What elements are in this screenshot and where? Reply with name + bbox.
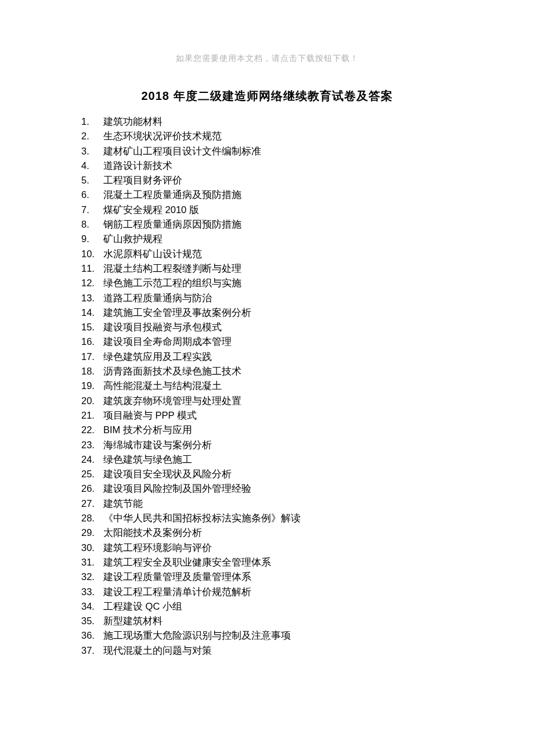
list-item-number: 29.: [81, 525, 100, 540]
page-title: 2018 年度二级建造师网络继续教育试卷及答案: [0, 88, 534, 104]
list-item-text: 沥青路面新技术及绿色施工技术: [100, 364, 241, 379]
list-item-number: 17.: [81, 350, 100, 364]
list-item-text: 建筑功能材料: [100, 114, 163, 129]
list-item: 4.道路设计新技术: [81, 159, 464, 173]
list-item-number: 16.: [81, 334, 100, 349]
list-item: 23.海绵城市建设与案例分析: [81, 438, 464, 452]
list-item-number: 21.: [81, 408, 100, 423]
list-item-text: 绿色建筑应用及工程实践: [100, 350, 212, 364]
list-item-number: 15.: [81, 320, 100, 334]
list-item-text: 建设工程工程量清单计价规范解析: [100, 585, 251, 599]
list-item: 33.建设工程工程量清单计价规范解析: [81, 585, 464, 599]
list-item: 2.生态环境状况评价技术规范: [81, 129, 464, 143]
list-item: 29.太阳能技术及案例分析: [81, 525, 464, 540]
list-item: 27.建筑节能: [81, 496, 464, 511]
list-item-number: 5.: [81, 173, 100, 188]
list-item: 8.钢筋工程质量通病原因预防措施: [81, 217, 464, 232]
list-item-text: 煤矿安全规程 2010 版: [100, 203, 199, 217]
list-item: 13.道路工程质量通病与防治: [81, 291, 464, 305]
list-item-text: 绿色建筑与绿色施工: [100, 452, 192, 467]
list-item-text: 高性能混凝土与结构混凝土: [100, 379, 222, 393]
list-item-text: 生态环境状况评价技术规范: [100, 129, 222, 143]
list-item: 5.工程项目财务评价: [81, 173, 464, 188]
list-item-text: 混凝土工程质量通病及预防措施: [100, 188, 241, 202]
list-item-number: 7.: [81, 203, 100, 217]
list-item-text: 钢筋工程质量通病原因预防措施: [100, 217, 241, 232]
list-item: 10.水泥原料矿山设计规范: [81, 247, 464, 261]
list-item-text: 项目融资与 PPP 模式: [100, 408, 197, 423]
list-item: 1.建筑功能材料: [81, 114, 464, 129]
list-item-text: 建筑节能: [100, 496, 143, 511]
list-item-number: 27.: [81, 496, 100, 511]
content-list: 1.建筑功能材料2.生态环境状况评价技术规范3.建材矿山工程项目设计文件编制标准…: [0, 114, 534, 658]
list-item-number: 35.: [81, 614, 100, 628]
list-item: 25.建设项目安全现状及风险分析: [81, 467, 464, 481]
list-item-number: 24.: [81, 452, 100, 467]
list-item-text: 施工现场重大危险源识别与控制及注意事项: [100, 628, 291, 643]
list-item: 12.绿色施工示范工程的组织与实施: [81, 276, 464, 290]
list-item-number: 6.: [81, 188, 100, 202]
list-item: 19.高性能混凝土与结构混凝土: [81, 379, 464, 393]
list-item-number: 37.: [81, 643, 100, 658]
list-item: 24.绿色建筑与绿色施工: [81, 452, 464, 467]
list-item: 35.新型建筑材料: [81, 614, 464, 628]
list-item-number: 14.: [81, 305, 100, 320]
list-item-number: 12.: [81, 276, 100, 290]
list-item: 21.项目融资与 PPP 模式: [81, 408, 464, 423]
list-item: 15.建设项目投融资与承包模式: [81, 320, 464, 334]
list-item: 16.建设项目全寿命周期成本管理: [81, 334, 464, 349]
list-item-text: 太阳能技术及案例分析: [100, 525, 202, 540]
list-item: 32.建设工程质量管理及质量管理体系: [81, 570, 464, 584]
list-item-number: 36.: [81, 628, 100, 643]
list-item-text: 建设项目安全现状及风险分析: [100, 467, 232, 481]
list-item: 3.建材矿山工程项目设计文件编制标准: [81, 144, 464, 159]
list-item-text: 矿山救护规程: [100, 232, 163, 246]
list-item: 6.混凝土工程质量通病及预防措施: [81, 188, 464, 202]
list-item-number: 9.: [81, 232, 100, 246]
list-item: 22.BIM 技术分析与应用: [81, 423, 464, 437]
list-item-number: 1.: [81, 114, 100, 129]
list-item-number: 19.: [81, 379, 100, 393]
list-item-text: 建设项目全寿命周期成本管理: [100, 334, 232, 349]
list-item-number: 33.: [81, 585, 100, 599]
list-item-number: 32.: [81, 570, 100, 584]
list-item-text: 建设工程质量管理及质量管理体系: [100, 570, 251, 584]
list-item-number: 25.: [81, 467, 100, 481]
list-item-text: 工程建设 QC 小组: [100, 599, 182, 614]
list-item-number: 28.: [81, 511, 100, 525]
list-item-text: 建筑工程环境影响与评价: [100, 541, 212, 555]
list-item-number: 20.: [81, 394, 100, 408]
list-item-number: 8.: [81, 217, 100, 232]
list-item-number: 4.: [81, 159, 100, 173]
list-item: 11.混凝土结构工程裂缝判断与处理: [81, 261, 464, 276]
list-item: 9.矿山救护规程: [81, 232, 464, 246]
list-item-text: 混凝土结构工程裂缝判断与处理: [100, 261, 241, 276]
list-item-number: 26.: [81, 481, 100, 496]
list-item: 34.工程建设 QC 小组: [81, 599, 464, 614]
list-item-number: 2.: [81, 129, 100, 143]
list-item-number: 22.: [81, 423, 100, 437]
list-item-number: 30.: [81, 541, 100, 555]
list-item: 14.建筑施工安全管理及事故案例分析: [81, 305, 464, 320]
list-item-number: 3.: [81, 144, 100, 159]
list-item: 31.建筑工程安全及职业健康安全管理体系: [81, 555, 464, 570]
list-item-text: BIM 技术分析与应用: [100, 423, 192, 437]
list-item: 37.现代混凝土的问题与对策: [81, 643, 464, 658]
list-item-text: 建材矿山工程项目设计文件编制标准: [100, 144, 261, 159]
list-item-text: 建筑废弃物环境管理与处理处置: [100, 394, 241, 408]
list-item-text: 工程项目财务评价: [100, 173, 182, 188]
list-item-text: 绿色施工示范工程的组织与实施: [100, 276, 241, 290]
list-item: 28.《中华人民共和国招标投标法实施条例》解读: [81, 511, 464, 525]
list-item-text: 水泥原料矿山设计规范: [100, 247, 202, 261]
list-item-number: 13.: [81, 291, 100, 305]
list-item: 26.建设项目风险控制及国外管理经验: [81, 481, 464, 496]
header-note: 如果您需要使用本文档，请点击下载按钮下载！: [0, 0, 534, 64]
list-item-text: 建设项目投融资与承包模式: [100, 320, 222, 334]
list-item-number: 11.: [81, 261, 100, 276]
list-item-text: 建设项目风险控制及国外管理经验: [100, 481, 251, 496]
list-item-text: 建筑工程安全及职业健康安全管理体系: [100, 555, 271, 570]
list-item-text: 新型建筑材料: [100, 614, 163, 628]
list-item-text: 道路工程质量通病与防治: [100, 291, 212, 305]
list-item-number: 31.: [81, 555, 100, 570]
list-item-number: 23.: [81, 438, 100, 452]
